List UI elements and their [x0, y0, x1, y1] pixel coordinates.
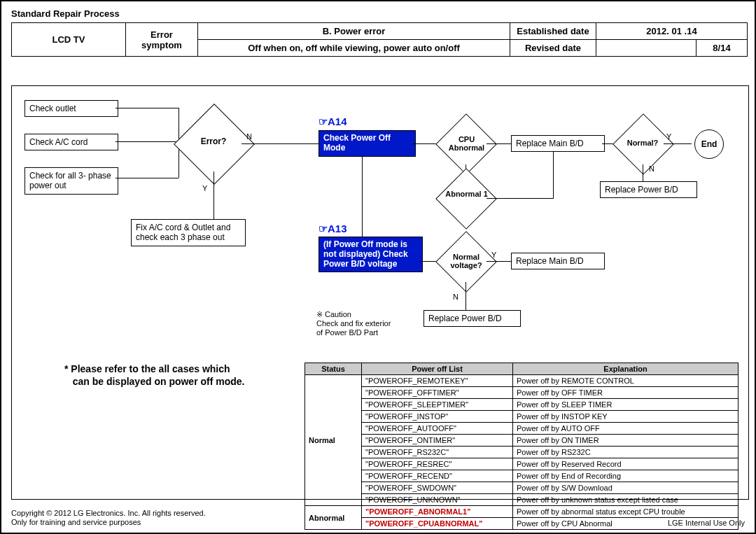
diamond-ab1: [435, 168, 497, 230]
cell: "POWEROFF_RS232C": [362, 447, 513, 458]
rev-label: Revised date: [510, 40, 596, 57]
cell: Power off by REMOTE CONTROL: [513, 375, 738, 387]
box-if-poff: (If Power Off mode is not displayed) Che…: [318, 237, 423, 272]
est-date: 2012. 01 .14: [596, 23, 748, 40]
cell: "POWEROFF_REMOTEKEY": [362, 375, 513, 387]
edge-n3: N: [453, 293, 458, 301]
cell: Power off by OFF TIMER: [513, 387, 738, 399]
cell: Power off by End of Recording: [513, 470, 738, 482]
header-table: LCD TV Error symptom B. Power error Esta…: [11, 22, 748, 57]
footer-right: LGE Internal Use Only: [668, 519, 745, 527]
edge-n2: N: [649, 164, 654, 173]
flow-canvas: Check outlet Check A/C cord Check for al…: [11, 85, 749, 500]
edge-n1: N: [246, 132, 252, 141]
cell: Power off by RS232C: [513, 447, 738, 458]
caution-l1: Check and fix exterior: [316, 319, 391, 328]
status-normal: Normal: [305, 375, 362, 506]
page-number: 8/14: [696, 40, 748, 57]
caution-l2: of Power B/D Part: [316, 328, 378, 337]
edge-y3: Y: [491, 251, 496, 259]
box-fix: Fix A/C cord & Outlet and check each 3 p…: [131, 219, 246, 246]
ref-a14: ☞A14: [318, 115, 347, 128]
box-check-ac: Check A/C cord: [24, 134, 118, 150]
cell: "POWEROFF_CPUABNORMAL": [362, 518, 513, 530]
symptom-detail: Off when on, off while viewing, power au…: [198, 40, 510, 57]
cell: "POWEROFF_RESREC": [362, 458, 513, 470]
diamond-cpu: [435, 113, 497, 175]
status-abnormal: Abnormal: [305, 506, 362, 530]
box-replace-power-1: Replace Power B/D: [600, 181, 697, 198]
cell: Power off by unknown status except liste…: [513, 494, 738, 506]
cell: "POWEROFF_ABNORMAL1": [362, 506, 513, 518]
box-replace-power-2: Replace Power B/D: [424, 310, 521, 327]
end-node: End: [694, 129, 724, 159]
cell: Power off by Reserved Record: [513, 458, 738, 470]
box-replace-main-1: Replace Main B/D: [511, 135, 605, 152]
footer-copyright: Copyright © 2012 LG Electronics. Inc. Al…: [11, 509, 206, 517]
diamond-normal: [612, 113, 674, 175]
cell: "POWEROFF_SLEEPTIMER": [362, 399, 513, 411]
page: Standard Repair Process LCD TV Error sym…: [0, 0, 756, 534]
product-cell: LCD TV: [12, 23, 126, 57]
ref-a13: ☞A13: [318, 223, 347, 235]
diamond-error: [174, 104, 255, 185]
cell: "POWEROFF_SWDOWN": [362, 482, 513, 494]
cell: Power off by SLEEP TIMER: [513, 399, 738, 411]
error-title: B. Power error: [198, 23, 510, 40]
doc-title: Standard Repair Process: [11, 8, 120, 19]
box-check-3phase: Check for all 3- phase power out: [24, 167, 118, 195]
poweroff-table: Status Power off List Explanation Normal…: [304, 363, 738, 530]
rev-date: [596, 40, 696, 57]
note-l2: can be displayed on power off mode.: [73, 376, 245, 387]
box-replace-main-2: Replace Main B/D: [511, 253, 605, 269]
th-exp: Explanation: [513, 363, 738, 375]
note-l1: * Please refer to the all cases which: [64, 363, 230, 374]
footer-left: Copyright © 2012 LG Electronics. Inc. Al…: [11, 509, 206, 527]
symptom-label: Error symptom: [126, 23, 198, 57]
cell: Power off by S/W Download: [513, 482, 738, 494]
th-list: Power off List: [362, 363, 513, 375]
cell: Power off by ON TIMER: [513, 435, 738, 447]
caution-star: ※ Caution: [316, 310, 351, 318]
footer-purpose: Only for training and service purposes: [11, 518, 141, 526]
edge-y1: Y: [202, 184, 207, 192]
box-check-poff: Check Power Off Mode: [318, 130, 416, 157]
diamond-normalv: [435, 231, 497, 293]
cell: Power off by abnormal status except CPU …: [513, 506, 738, 518]
cell: "POWEROFF_INSTOP": [362, 411, 513, 423]
est-label: Established date: [510, 23, 596, 40]
cell: Power off by INSTOP KEY: [513, 411, 738, 423]
cell: "POWEROFF_RECEND": [362, 470, 513, 482]
cell: "POWEROFF_UNKNOWN": [362, 494, 513, 506]
cell: Power off by AUTO OFF: [513, 423, 738, 435]
cell: "POWEROFF_OFFTIMER": [362, 387, 513, 399]
refer-note: * Please refer to the all cases which ca…: [64, 363, 245, 388]
box-check-outlet: Check outlet: [24, 100, 118, 117]
th-status: Status: [305, 363, 362, 375]
cell: "POWEROFF_AUTOOFF": [362, 423, 513, 435]
caution-note: ※ Caution Check and fix exterior of Powe…: [316, 310, 391, 338]
cell: "POWEROFF_ONTIMER": [362, 435, 513, 447]
edge-y2: Y: [666, 132, 671, 141]
